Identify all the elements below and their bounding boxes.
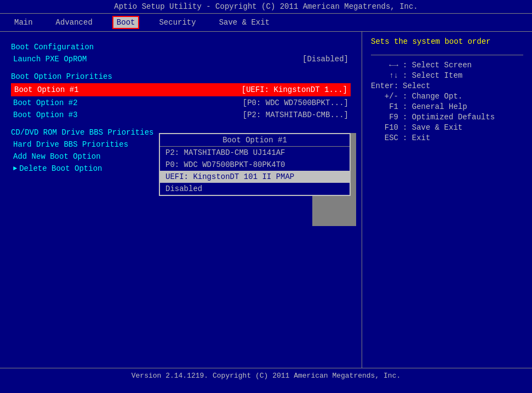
dropdown-option-3[interactable]: Disabled [160, 183, 350, 195]
hard-drive-label: Hard Drive BBS Priorities [13, 140, 128, 149]
key-enter-desc: Select [403, 82, 430, 90]
key-f9-label: F9 [371, 113, 398, 122]
main-layout: Boot Configuration Launch PXE OpROM [Dis… [0, 32, 532, 368]
section-boot-config: Boot Configuration [11, 43, 351, 51]
dropdown-option-2[interactable]: UEFI: KingstonDT 101 II PMAP [160, 171, 350, 183]
launch-pxe-value: [Disabled] [302, 55, 348, 63]
key-select-item-desc: : Select Item [403, 71, 462, 80]
boot-option-3-label: Boot Option #3 [13, 111, 78, 119]
key-esc-label: ESC [371, 134, 398, 142]
left-panel: Boot Configuration Launch PXE OpROM [Dis… [0, 32, 362, 368]
key-esc-desc: : Exit [403, 134, 430, 142]
key-f10-desc: : Save & Exit [403, 123, 462, 132]
boot-option-2-row[interactable]: Boot Option #2 [P0: WDC WD7500BPKT...] [11, 97, 351, 108]
delete-boot-label: Delete Boot Option [19, 164, 102, 173]
key-change-opt-desc: : Change Opt. [403, 92, 462, 101]
key-esc: ESC : Exit [371, 134, 523, 142]
key-arrows-lr: ←→ [371, 61, 398, 70]
menu-item-security[interactable]: Security [156, 17, 199, 28]
key-select-item: ↑↓ : Select Item [371, 71, 523, 80]
boot-option-3-value: [P2: MATSHITABD-CMB...] [243, 111, 348, 119]
boot-option-1-label: Boot Option #1 [14, 85, 79, 94]
key-f9-desc: : Optimized Defaults [403, 113, 495, 122]
key-f1-desc: : General Help [403, 102, 467, 111]
right-panel: Sets the system boot order ←→ : Select S… [362, 32, 532, 368]
add-boot-label: Add New Boot Option [13, 152, 101, 161]
help-text: Sets the system boot order [371, 37, 523, 46]
dropdown-option-0[interactable]: P2: MATSHITABD-CMB UJ141AF [160, 147, 350, 159]
key-enter-label: Enter: [371, 82, 398, 90]
title-bar: Aptio Setup Utility - Copyright (C) 2011… [0, 0, 532, 13]
dropdown-title: Boot Option #1 [160, 134, 350, 147]
key-f10-label: F10 [371, 123, 398, 132]
boot-option-3-row[interactable]: Boot Option #3 [P2: MATSHITABD-CMB...] [11, 109, 351, 120]
boot-option-1-row[interactable]: Boot Option #1 [UEFI: KingstonDT 1...] [11, 83, 351, 96]
boot-option-1-value: [UEFI: KingstonDT 1...] [242, 85, 347, 94]
key-f1-label: F1 [371, 102, 398, 111]
menu-bar: Main Advanced Boot Security Save & Exit [0, 13, 532, 32]
arrow-right-icon: ► [13, 165, 17, 172]
key-f1: F1 : General Help [371, 102, 523, 111]
boot-option-2-label: Boot Option #2 [13, 99, 78, 107]
key-select-screen-desc: : Select Screen [403, 61, 472, 70]
key-f10: F10 : Save & Exit [371, 123, 523, 132]
menu-item-save-exit[interactable]: Save & Exit [216, 17, 273, 28]
menu-item-boot[interactable]: Boot [112, 16, 140, 29]
key-enter: Enter: Select [371, 82, 523, 90]
dropdown-option-1[interactable]: P0: WDC WD7500BPKT-80PK4T0 [160, 159, 350, 171]
menu-item-main[interactable]: Main [11, 17, 36, 28]
key-change-opt: +/- : Change Opt. [371, 92, 523, 101]
key-f9: F9 : Optimized Defaults [371, 113, 523, 122]
menu-item-advanced[interactable]: Advanced [53, 17, 96, 28]
boot-option-2-value: [P0: WDC WD7500BPKT...] [243, 99, 348, 107]
launch-pxe-label: Launch PXE OpROM [13, 55, 87, 63]
key-select-screen: ←→ : Select Screen [371, 61, 523, 70]
status-bar: Version 2.14.1219. Copyright (C) 2011 Am… [0, 368, 532, 384]
key-plus-minus: +/- [371, 92, 398, 101]
app-title: Aptio Setup Utility - Copyright (C) 2011… [114, 2, 418, 11]
version-text: Version 2.14.1219. Copyright (C) 2011 Am… [131, 372, 401, 380]
divider [371, 55, 523, 55]
launch-pxe-row[interactable]: Launch PXE OpROM [Disabled] [11, 54, 351, 65]
section-boot-priorities: Boot Option Priorities [11, 72, 351, 81]
dropdown-popup: Boot Option #1 P2: MATSHITABD-CMB UJ141A… [159, 133, 351, 196]
key-arrows-ud: ↑↓ [371, 71, 398, 80]
